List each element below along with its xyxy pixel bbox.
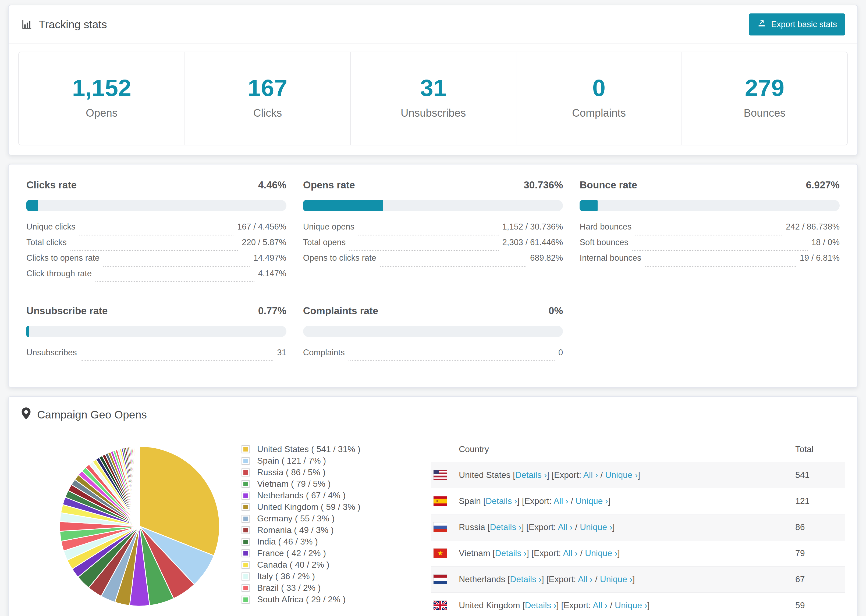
rate-title: Opens rate <box>303 179 355 191</box>
tracking-stats-card: Tracking stats Export basic stats 1,152O… <box>8 5 858 156</box>
legend-label: Netherlands ( 67 / 4% ) <box>257 490 346 500</box>
rate-value: 6.927% <box>806 179 840 191</box>
legend-label: Italy ( 36 / 2% ) <box>257 571 315 581</box>
rate-head: Clicks rate4.46% <box>26 179 287 191</box>
summary-value: 167 <box>185 74 350 102</box>
rate-title: Clicks rate <box>26 179 77 191</box>
rate-detail-row: Total clicks220 / 5.87% <box>26 237 287 253</box>
rate-detail-label: Click through rate <box>26 269 92 278</box>
summary-cell-opens: 1,152Opens <box>19 52 184 145</box>
legend-swatch <box>241 584 250 592</box>
legend-label: Vietnam ( 79 / 5% ) <box>257 479 331 489</box>
rate-value: 4.46% <box>258 179 287 191</box>
rate-title: Bounce rate <box>579 179 637 191</box>
legend-label: South Africa ( 29 / 2% ) <box>257 594 346 605</box>
rate-progress-fill <box>26 200 38 211</box>
legend-label: Germany ( 55 / 3% ) <box>257 514 335 523</box>
rate-detail-row: Unique opens1,152 / 30.736% <box>303 222 563 237</box>
legend-label: France ( 42 / 2% ) <box>257 548 326 558</box>
export-all-link[interactable]: All › <box>563 548 578 558</box>
pie-chart-svg <box>54 440 225 612</box>
table-row-nl: Netherlands [Details ›] [Export: All › /… <box>431 566 845 592</box>
export-all-link[interactable]: All › <box>583 470 598 480</box>
column-header-country: Country <box>431 444 795 454</box>
legend-swatch <box>241 561 250 569</box>
country-cell: Vietnam [Details ›] [Export: All › / Uni… <box>431 548 795 558</box>
details-link[interactable]: Details › <box>495 548 527 558</box>
legend-item-romania: Romania ( 49 / 3% ) <box>241 524 416 536</box>
export-unique-link[interactable]: Unique › <box>615 600 647 610</box>
export-unique-link[interactable]: Unique › <box>585 548 617 558</box>
details-link[interactable]: Details › <box>490 522 521 532</box>
rate-detail-label: Internal bounces <box>579 253 641 263</box>
summary-value: 279 <box>682 74 847 102</box>
rate-block-unsubscribe-rate: Unsubscribe rate0.77%Unsubscribes31 <box>26 305 287 363</box>
rate-detail-label: Total opens <box>303 237 346 247</box>
legend-label: United Kingdom ( 59 / 3% ) <box>257 502 361 512</box>
summary-label: Unsubscribes <box>351 107 516 119</box>
total-cell: 79 <box>795 548 845 558</box>
table-header-row: Country Total <box>431 437 845 462</box>
country-cell: United Kingdom [Details ›] [Export: All … <box>431 600 795 610</box>
dotted-leader <box>380 266 526 267</box>
rate-detail-value: 14.497% <box>254 253 286 263</box>
geo-opens-body: United States ( 541 / 31% )Spain ( 121 /… <box>9 432 857 616</box>
details-link[interactable]: Details › <box>525 600 556 610</box>
geo-opens-header: Campaign Geo Opens <box>9 397 857 432</box>
legend-label: Romania ( 49 / 3% ) <box>257 525 334 535</box>
country-text: Netherlands [Details ›] [Export: All › /… <box>459 574 635 584</box>
dotted-leader <box>103 266 250 267</box>
export-all-link[interactable]: All › <box>553 496 568 506</box>
rate-detail-rows: Unique clicks167 / 4.456%Total clicks220… <box>26 222 287 284</box>
export-unique-link[interactable]: Unique › <box>576 496 608 506</box>
country-text: Russia [Details ›] [Export: All › / Uniq… <box>459 522 615 532</box>
rate-progress-fill <box>579 200 598 211</box>
pie-slice-other-53 <box>139 446 140 526</box>
rates-grid: Clicks rate4.46%Unique clicks167 / 4.456… <box>26 179 840 363</box>
export-basic-stats-button[interactable]: Export basic stats <box>749 13 845 36</box>
summary-cell-unsubscribes: 31Unsubscribes <box>350 52 516 145</box>
country-cell: Netherlands [Details ›] [Export: All › /… <box>431 574 795 584</box>
details-link[interactable]: Details › <box>515 470 547 480</box>
rate-detail-label: Hard bounces <box>579 222 631 232</box>
details-link[interactable]: Details › <box>510 574 542 584</box>
export-unique-link[interactable]: Unique › <box>605 470 638 480</box>
rate-detail-row: Total opens2,303 / 61.446% <box>303 237 563 253</box>
export-all-link[interactable]: All › <box>593 600 608 610</box>
legend-item-united-states: United States ( 541 / 31% ) <box>241 443 416 455</box>
legend-label: United States ( 541 / 31% ) <box>257 444 361 454</box>
legend-swatch <box>241 503 250 511</box>
table-row-es: Spain [Details ›] [Export: All › / Uniqu… <box>431 488 845 514</box>
rate-detail-label: Opens to clicks rate <box>303 253 376 263</box>
legend-label: Brazil ( 33 / 2% ) <box>257 583 321 593</box>
summary-stats: 1,152Opens167Clicks31Unsubscribes0Compla… <box>18 52 848 145</box>
flag-vn-icon <box>433 548 447 558</box>
rate-progress-bar <box>303 326 563 337</box>
export-unique-link[interactable]: Unique › <box>600 574 633 584</box>
rate-detail-row: Hard bounces242 / 86.738% <box>579 222 840 237</box>
rate-detail-rows: Complaints0 <box>303 348 563 363</box>
table-row-us: United States [Details ›] [Export: All ›… <box>431 462 845 488</box>
legend-item-netherlands: Netherlands ( 67 / 4% ) <box>241 490 416 501</box>
rate-detail-rows: Unique opens1,152 / 30.736%Total opens2,… <box>303 222 563 269</box>
export-all-link[interactable]: All › <box>558 522 573 532</box>
export-all-link[interactable]: All › <box>578 574 593 584</box>
rate-progress-bar <box>26 326 287 337</box>
map-pin-icon <box>22 407 31 422</box>
details-link[interactable]: Details › <box>486 496 517 506</box>
rate-detail-label: Unsubscribes <box>26 348 77 357</box>
page: Tracking stats Export basic stats 1,152O… <box>0 0 866 616</box>
country-cell: Russia [Details ›] [Export: All › / Uniq… <box>431 522 795 532</box>
legend-swatch <box>241 445 250 453</box>
geo-pie-chart <box>25 437 227 616</box>
rate-progress-fill <box>303 200 383 211</box>
rate-detail-row: Click through rate4.147% <box>26 269 287 284</box>
export-button-label: Export basic stats <box>771 20 837 29</box>
export-unique-link[interactable]: Unique › <box>580 522 612 532</box>
legend-label: Canada ( 40 / 2% ) <box>257 560 329 570</box>
legend-swatch <box>241 572 250 580</box>
dotted-leader <box>71 250 238 251</box>
page-title: Tracking stats <box>21 18 107 31</box>
dotted-leader <box>96 281 254 282</box>
rate-detail-label: Total clicks <box>26 237 67 247</box>
